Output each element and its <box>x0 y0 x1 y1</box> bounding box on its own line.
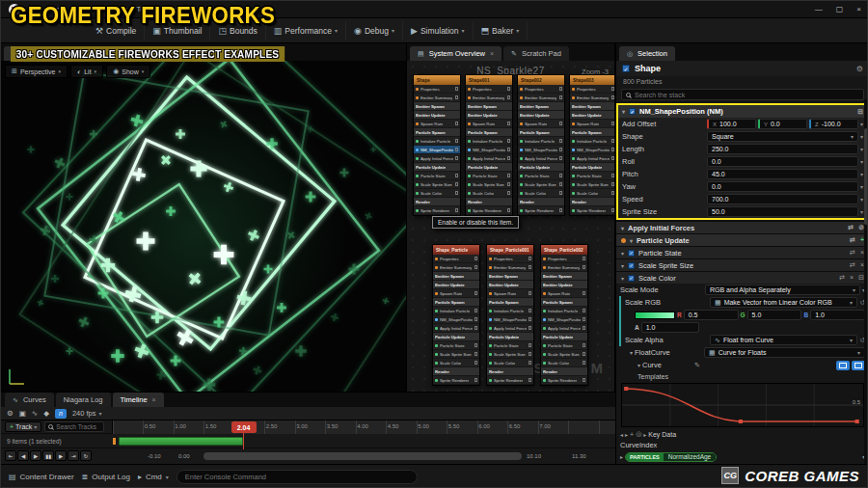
module-checkbox[interactable] <box>583 343 586 347</box>
swap-icon[interactable]: ⇄ <box>850 249 855 257</box>
stack-module-row[interactable]: Scale Sprite Size <box>570 180 614 189</box>
module-checkbox[interactable] <box>475 378 478 382</box>
close-button-icon[interactable]: × <box>856 5 861 14</box>
emitter-stack-header[interactable]: Shape001 <box>466 75 512 85</box>
module-checkbox[interactable] <box>475 361 478 365</box>
stack-module-row[interactable]: Initialize Particle <box>466 137 512 146</box>
stack-module-row[interactable]: Spawn Rate <box>518 120 564 128</box>
section-apply-initial-forces[interactable]: ▾Apply Initial Forces⇄⊘ <box>616 221 868 233</box>
stack-module-row[interactable]: Initialize Particle <box>414 137 460 146</box>
color-swatch[interactable] <box>635 312 675 319</box>
stack-module-row[interactable]: Sprite Renderer <box>541 376 587 385</box>
stack-module-row[interactable]: Emitter Spawn <box>518 102 564 111</box>
module-checkbox[interactable] <box>559 191 563 195</box>
chevron-down-icon[interactable]: ▾ <box>860 183 863 190</box>
console-command-input[interactable] <box>185 473 409 481</box>
chevron-down-icon[interactable]: ▾ <box>860 158 863 165</box>
module-checkbox[interactable] <box>611 122 615 125</box>
emitter-enabled-checkbox[interactable]: ✓ <box>622 65 630 72</box>
stack-module-row[interactable]: Properties <box>541 255 587 263</box>
stack-module-row[interactable]: Apply Initial Forces <box>487 324 533 333</box>
stack-module-row[interactable]: Particle State <box>487 341 533 350</box>
stack-module-row[interactable]: NM_ShapePosition <box>414 146 460 154</box>
emitter-track-bar[interactable] <box>119 437 243 446</box>
stack-module-row[interactable]: Sprite Renderer <box>570 206 614 215</box>
param-value-field[interactable]: 0.0 <box>707 181 858 192</box>
keyframe-marker[interactable] <box>113 438 116 445</box>
stack-module-row[interactable]: Apply Initial Forces <box>570 154 614 163</box>
module-checkbox[interactable] <box>507 148 511 151</box>
maximize-button-icon[interactable]: ▢ <box>836 5 844 14</box>
step-back-button[interactable]: ◀ <box>17 450 29 461</box>
floatcurve-dropdown[interactable]: ▦ Curve for Floats ▾ <box>704 347 865 358</box>
toolbar-debug-button[interactable]: ◉Debug▾ <box>346 21 403 41</box>
module-checkbox[interactable] <box>529 309 532 312</box>
module-checkbox[interactable] <box>583 257 586 260</box>
chevron-down-icon[interactable]: ▾ <box>860 133 863 140</box>
module-checkbox[interactable] <box>611 208 615 212</box>
module-checkbox[interactable] <box>611 182 615 186</box>
stack-module-row[interactable]: Particle Spawn <box>570 128 614 137</box>
stack-module-row[interactable]: Emitter Summary <box>466 94 512 102</box>
stack-module-row[interactable]: Particle Update <box>466 163 512 172</box>
param-z-field[interactable]: Z-100.0 <box>809 119 858 129</box>
module-checkbox[interactable] <box>559 156 563 160</box>
scale-mode-dropdown[interactable]: RGB and Alpha Separately ▾ <box>705 285 860 295</box>
module-checkbox[interactable] <box>583 291 586 295</box>
r-field[interactable]: 0.5 <box>684 310 739 320</box>
stack-module-row[interactable]: Emitter Update <box>414 111 460 120</box>
stack-module-row[interactable]: Particle Update <box>570 163 614 172</box>
module-checkbox[interactable] <box>559 95 563 99</box>
section-particle-update[interactable]: ▾Particle Update⇄+ <box>616 233 868 246</box>
viewport-perspective-button[interactable]: ⊞Perspective▾ <box>5 65 68 78</box>
caret-icon[interactable]: ▸ <box>620 453 623 460</box>
stack-module-row[interactable]: NM_ShapePosition <box>433 315 479 324</box>
stack-module-row[interactable]: Emitter Summary <box>541 263 587 272</box>
stack-module-row[interactable]: Scale Color <box>466 189 512 198</box>
add-key-icon[interactable]: + <box>630 431 634 438</box>
module-checkbox[interactable] <box>529 317 532 321</box>
swap-icon[interactable]: ⇄ <box>850 261 855 269</box>
go-to-end-button[interactable]: ⇥ <box>68 450 79 461</box>
checkbox[interactable]: ✓ <box>628 250 635 257</box>
stack-module-row[interactable]: Initialize Particle <box>518 137 564 146</box>
stack-module-row[interactable]: Particle Spawn <box>414 128 460 137</box>
stack-module-row[interactable]: Scale Sprite Size <box>487 350 533 359</box>
module-checkbox[interactable] <box>611 174 615 177</box>
stack-module-row[interactable]: Particle Update <box>414 163 460 172</box>
emitter-stack[interactable]: ShapePropertiesEmitter SummaryEmitter Sp… <box>413 74 461 216</box>
module-checkbox[interactable] <box>583 326 586 330</box>
checkbox[interactable]: ✓ <box>628 262 635 269</box>
output-log-button[interactable]: ≣ Output Log <box>82 473 130 481</box>
minimize-button-icon[interactable]: — <box>815 5 823 14</box>
stack-module-row[interactable]: Render <box>518 198 564 206</box>
g-field[interactable]: 5.0 <box>747 310 802 320</box>
particles-attribute-pill[interactable]: PARTICLES NormalizedAge <box>625 452 717 462</box>
x-icon[interactable]: × <box>850 274 854 282</box>
stack-module-row[interactable]: Particle State <box>433 341 479 350</box>
camera-icon[interactable]: ▣ <box>19 409 26 418</box>
param-value-field[interactable]: 250.0 <box>707 144 858 154</box>
module-checkbox[interactable] <box>559 139 563 143</box>
stack-module-row[interactable]: Particle State <box>466 172 512 180</box>
module-checkbox[interactable] <box>475 352 478 356</box>
emitter-stack[interactable]: Shape_Particle001PropertiesEmitter Summa… <box>486 244 534 386</box>
stack-module-row[interactable]: Emitter Summary <box>570 94 614 102</box>
module-checkbox[interactable] <box>611 148 615 151</box>
console-command-field[interactable] <box>176 470 418 484</box>
a-field[interactable]: 1.0 <box>641 322 699 333</box>
stack-module-row[interactable]: Initialize Particle <box>570 137 614 146</box>
stack-module-row[interactable]: Particle Spawn <box>541 298 587 307</box>
module-header[interactable]: ▾ ✓ NM_ShapePosition (NM) ⊟ <box>618 105 867 118</box>
module-checkbox[interactable] <box>529 378 532 382</box>
stack-module-row[interactable]: Scale Sprite Size <box>414 180 460 189</box>
stack-module-row[interactable]: Scale Color <box>487 359 533 367</box>
scale-rgb-dropdown[interactable]: ▦ Make Vector from Linear Color RGB ▾ <box>710 297 857 308</box>
scrollbar[interactable] <box>864 99 868 464</box>
stack-module-row[interactable]: Emitter Spawn <box>414 102 460 111</box>
module-checkbox[interactable] <box>455 139 459 143</box>
module-checkbox[interactable] <box>559 87 563 91</box>
module-checkbox[interactable] <box>559 182 563 186</box>
emitter-stack-header[interactable]: Shape_Particle001 <box>487 245 533 255</box>
preview-viewport[interactable]: ⊞Perspective▾◐Lit▾◉Show▾ <box>1 61 406 392</box>
